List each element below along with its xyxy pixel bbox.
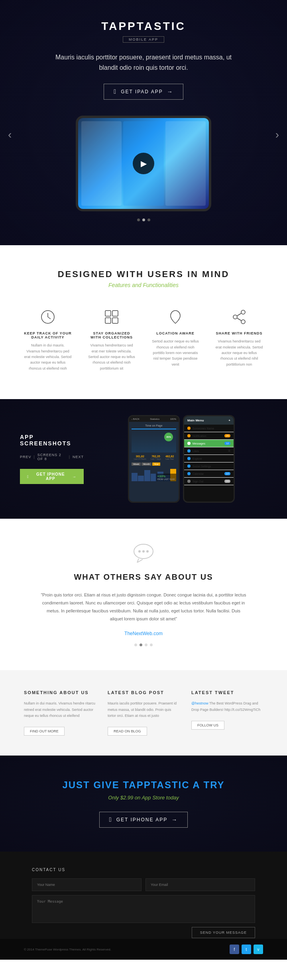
dot-icon <box>187 457 191 460</box>
tdot-1[interactable] <box>134 643 137 646</box>
phone-stats-header: ‹ BACK Statistics 100% <box>129 416 179 422</box>
read-on-blog-button[interactable]: READ ON BLOG <box>108 727 147 736</box>
dot-icon <box>187 427 191 430</box>
dot-icon <box>187 442 191 445</box>
get-iphone-app-bottom-button[interactable]:  GET IPHONE APP → <box>99 812 188 828</box>
dot-icon <box>187 480 191 483</box>
footer-columns: SOMETHING ABOUT US Nullam in dui mauris.… <box>0 670 287 756</box>
screens-nav: PREV | SCREENS 2 OF 8 | NEXT <box>20 453 84 461</box>
menu-item-6[interactable]: Social Settings <box>184 462 234 470</box>
menu-label-4: Likes <box>193 450 199 453</box>
apple-icon:  <box>114 88 117 95</box>
contact-email-input[interactable] <box>145 878 255 891</box>
play-button[interactable]: ▶ <box>133 153 154 174</box>
feature-label-4: SHARE WITH FRIENDS <box>215 331 263 335</box>
menu-label-6: Social Settings <box>193 465 211 468</box>
footer-col-blog: LATEST BLOG POST Mauris iaculis porttito… <box>108 690 179 736</box>
growth-value: +33% <box>157 474 175 478</box>
notification-badge: 25 <box>224 434 230 437</box>
menu-item-5[interactable]: Explore <box>184 455 234 462</box>
feature-desc-2: Vivamus hendreritarcu sed erat mer toles… <box>88 342 136 371</box>
feature-label-1: KEEP TRACK OF YOUR DAILY ACTIVITY <box>24 331 72 339</box>
hero-badge: MOBILE APP <box>123 36 164 43</box>
stat-1-lbl: Last 24 Hours <box>134 458 146 460</box>
menu-item-4[interactable]: Likes ☰ <box>184 447 234 455</box>
tdot-3[interactable] <box>145 643 147 646</box>
screenshots-right: ‹ BACK Statistics 100% Time on Page 35% … <box>96 415 267 503</box>
get-iphone-app-button[interactable]:  GET IPHONE APP → <box>20 469 84 484</box>
menu-item-7[interactable]: Calendar 17 <box>184 470 234 478</box>
menu-plus-icon: + <box>228 419 230 422</box>
features-section: DESIGNED WITH USERS IN MIND Features and… <box>0 245 287 399</box>
vimeo-link[interactable]: v <box>254 945 263 954</box>
tdot-2[interactable] <box>140 643 142 646</box>
dot-3[interactable] <box>147 218 150 221</box>
feature-item-2: STAY ORGANIZED WITH COLLECTIONS Vivamus … <box>84 304 140 375</box>
share-icon <box>230 308 248 326</box>
footer-blog-text: Mauris iaculis porttitor posuere. Praese… <box>108 701 179 719</box>
menu-item-1[interactable]: Someones Name <box>184 425 234 432</box>
svg-point-14 <box>139 551 140 552</box>
menu-label-7: Calendar <box>193 472 204 475</box>
stat-3: 482,82 Last Year <box>165 455 174 460</box>
menu-item-8[interactable]: Sign Out 24 <box>184 478 234 485</box>
menu-item-3[interactable]: Messages 12 <box>184 440 234 447</box>
menu-label-2: Notification <box>193 435 206 437</box>
feature-desc-1: Nullam in dui mauris. Vivamus hendrerita… <box>24 342 72 371</box>
copyright-text: © 2014 ThemeFuse Wordpress Themes. All R… <box>24 948 111 951</box>
arrow-right-icon: → <box>72 474 77 479</box>
contact-submit-button[interactable]: SEND YOUR MESSAGE <box>192 927 255 938</box>
menu-item-2[interactable]: Notification 25 <box>184 432 234 440</box>
dot-icon <box>187 434 191 437</box>
feature-desc-3: Sertod auctor neque eu tellus rhoncus ut… <box>151 338 199 367</box>
testimonials-section: WHAT OTHERS SAY ABOUT US "Proin quis tor… <box>0 519 287 670</box>
twitter-link[interactable]: t <box>242 945 251 954</box>
ipad-panel-1 <box>81 121 122 206</box>
cta-bottom-title: JUST GIVE TAPPTASTIC A TRY <box>32 779 255 791</box>
dot-2[interactable] <box>142 218 145 221</box>
hero-text: Mauris iaculis porttitor posuere, praese… <box>52 52 235 73</box>
find-out-more-button[interactable]: FIND OUT MORE <box>24 727 65 736</box>
stat-1-val: 361,82 <box>134 455 146 458</box>
prev-screen-button[interactable]: PREV <box>20 455 31 459</box>
stats-screen-body: Time on Page 35% 361,82 Last 24 Hours 76… <box>129 422 179 502</box>
facebook-link[interactable]: f <box>230 945 239 954</box>
bar-2 <box>138 476 144 481</box>
contact-section: CONTACT US SEND YOUR MESSAGE <box>0 852 287 939</box>
ipad-screen: ▶ <box>78 118 209 209</box>
dot-1[interactable] <box>137 218 140 221</box>
testimonials-source[interactable]: TheNextWeb.com <box>32 631 255 636</box>
features-title: DESIGNED WITH USERS IN MIND <box>20 269 267 279</box>
collections-icon <box>103 308 120 326</box>
get-ipad-app-button[interactable]:  GET IPAD APP → <box>104 84 183 100</box>
hero-section: TAPPTASTIC MOBILE APP Mauris iaculis por… <box>0 0 287 245</box>
carousel-prev-button[interactable]: ‹ <box>8 128 12 141</box>
iphone-apple-icon:  <box>27 474 29 479</box>
stat-3-lbl: Last Year <box>165 458 174 460</box>
back-label: ‹ BACK <box>132 418 140 420</box>
tdot-4[interactable] <box>150 643 153 646</box>
contact-name-input[interactable] <box>32 878 142 891</box>
battery-icon: 100% <box>170 418 176 420</box>
feature-item-1: KEEP TRACK OF YOUR DAILY ACTIVITY Nullam… <box>20 304 76 375</box>
messages-badge: 12 <box>224 442 230 445</box>
footer-tweet-title: LATEST TWEET <box>191 690 263 695</box>
screenshots-title: APP SCREENSHOTS <box>20 434 84 447</box>
phone-menu-screen: Main Menu + Someones Name Not <box>184 416 234 502</box>
speech-bubble-icon <box>32 543 255 566</box>
hero-logo: TAPPTASTIC <box>32 20 255 33</box>
feature-desc-4: Vivamus hendreritarcu sed erat molestie … <box>215 338 263 367</box>
svg-line-12 <box>237 318 241 321</box>
tweet-user[interactable]: @hestnow <box>191 701 208 705</box>
bar-chart: +33% FROM LAST YEAR <box>132 467 176 481</box>
svg-rect-3 <box>105 311 111 316</box>
carousel-dots <box>32 218 255 221</box>
stat-3-val: 482,82 <box>165 455 174 458</box>
feature-item-3: LOCATION AWARE Sertod auctor neque eu te… <box>147 304 203 375</box>
carousel-next-button[interactable]: › <box>275 128 279 141</box>
cta-brand: TAPPTASTIC <box>123 779 189 790</box>
next-screen-button[interactable]: NEXT <box>73 455 84 459</box>
svg-point-8 <box>241 310 245 314</box>
follow-us-button[interactable]: FOLLOW US <box>191 721 224 730</box>
contact-message-textarea[interactable] <box>32 895 255 923</box>
